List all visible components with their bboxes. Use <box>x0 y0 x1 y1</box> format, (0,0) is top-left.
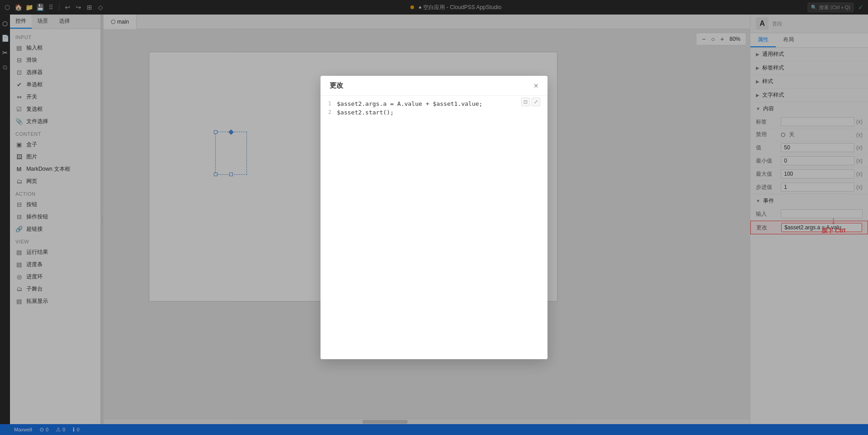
code-line-1: 1 $asset2.args.a = A.value + $asset1.val… <box>321 99 547 108</box>
modal-dialog: 更改 × 1 $asset2.args.a = A.value + $asset… <box>321 76 547 359</box>
modal-overlay[interactable]: 更改 × 1 $asset2.args.a = A.value + $asset… <box>0 0 868 435</box>
line-num-1: 1 <box>321 100 337 107</box>
modal-title: 更改 <box>330 81 343 90</box>
line-content-1: $asset2.args.a = A.value + $asset1.value… <box>337 100 483 107</box>
modal-header: 更改 × <box>321 76 547 96</box>
code-editor[interactable]: 1 $asset2.args.a = A.value + $asset1.val… <box>321 96 547 359</box>
line-num-2: 2 <box>321 109 337 115</box>
code-line-2: 2 $asset2.start(); <box>321 108 547 117</box>
code-copy-btn[interactable]: ⊡ <box>521 98 530 106</box>
code-lines: 1 $asset2.args.a = A.value + $asset1.val… <box>321 96 547 120</box>
code-expand-btn[interactable]: ⤢ <box>532 98 540 106</box>
modal-close-button[interactable]: × <box>533 82 538 90</box>
line-content-2: $asset2.start(); <box>337 109 394 116</box>
code-toolbar: ⊡ ⤢ <box>521 98 540 106</box>
modal-body: 1 $asset2.args.a = A.value + $asset1.val… <box>321 96 547 359</box>
